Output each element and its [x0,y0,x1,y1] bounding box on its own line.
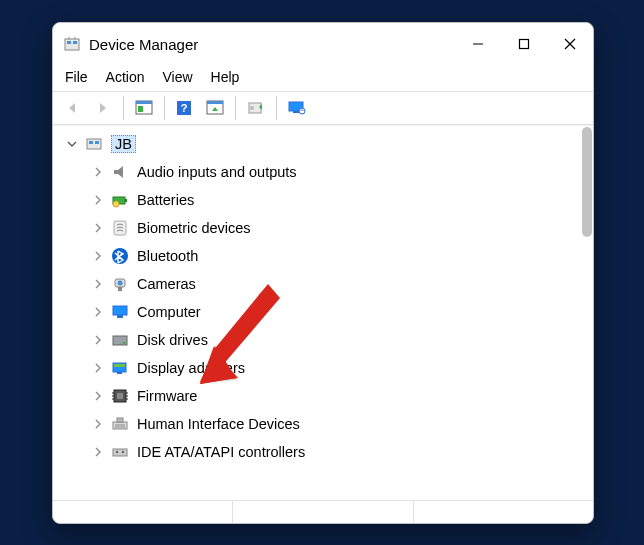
tree-node-batteries[interactable]: Batteries [61,186,577,214]
toolbar-separator [235,96,236,120]
back-button[interactable] [59,95,87,121]
svg-point-30 [118,281,123,286]
svg-rect-11 [138,106,143,112]
add-driver-button[interactable] [242,95,270,121]
tree-node-label[interactable]: IDE ATA/ATAPI controllers [137,444,305,460]
svg-rect-22 [89,141,93,144]
svg-rect-33 [117,315,123,318]
svg-rect-0 [65,39,79,50]
titlebar: Device Manager [53,23,593,65]
chevron-down-icon[interactable] [65,137,79,151]
svg-rect-1 [67,41,71,44]
svg-rect-10 [136,101,152,104]
chevron-right-icon[interactable] [91,221,105,235]
svg-point-17 [250,106,254,110]
svg-rect-38 [117,372,122,374]
chevron-right-icon[interactable] [91,445,105,459]
tree-node-label[interactable]: Display adapters [137,360,245,376]
camera-icon [109,273,131,295]
status-panel [233,501,413,523]
speaker-icon [109,161,131,183]
tree-root[interactable]: JB [61,130,577,158]
svg-point-35 [123,342,126,345]
svg-rect-40 [117,393,123,399]
forward-button[interactable] [89,95,117,121]
svg-rect-50 [117,418,123,422]
svg-rect-2 [73,41,77,44]
svg-rect-51 [113,449,127,456]
tree-node-bluetooth[interactable]: Bluetooth [61,242,577,270]
tree-node-audio-inputs-and-outputs[interactable]: Audio inputs and outputs [61,158,577,186]
tree-node-biometric-devices[interactable]: Biometric devices [61,214,577,242]
device-tree[interactable]: JB Audio inputs and outputsBatteriesBiom… [61,130,577,500]
tree-node-cameras[interactable]: Cameras [61,270,577,298]
chevron-right-icon[interactable] [91,361,105,375]
maximize-button[interactable] [501,29,547,59]
device-manager-window: Device Manager File Action View Help [52,22,594,524]
chevron-right-icon[interactable] [91,389,105,403]
display-adapter-icon [109,357,131,379]
vertical-scrollbar[interactable] [582,127,592,237]
tree-node-ide-ata-atapi-controllers[interactable]: IDE ATA/ATAPI controllers [61,438,577,466]
chevron-right-icon[interactable] [91,249,105,263]
toolbar-separator [276,96,277,120]
svg-point-53 [122,451,124,453]
tree-node-disk-drives[interactable]: Disk drives [61,326,577,354]
tree-wrapper: JB Audio inputs and outputsBatteriesBiom… [53,125,593,500]
tree-node-computer[interactable]: Computer [61,298,577,326]
tree-node-display-adapters[interactable]: Display adapters [61,354,577,382]
svg-rect-23 [95,141,99,144]
svg-rect-27 [114,221,126,235]
svg-rect-25 [125,199,127,202]
svg-point-26 [113,201,119,207]
tree-node-label[interactable]: Human Interface Devices [137,416,300,432]
tree-node-label[interactable]: Disk drives [137,332,208,348]
tree-node-label[interactable]: Computer [137,304,201,320]
remote-computer-button[interactable] [283,95,311,121]
svg-rect-31 [118,287,122,291]
tree-children: Audio inputs and outputsBatteriesBiometr… [61,158,577,466]
menu-action[interactable]: Action [106,69,145,85]
menubar: File Action View Help [53,65,593,91]
tree-node-human-interface-devices[interactable]: Human Interface Devices [61,410,577,438]
toolbar: ? [53,91,593,125]
bluetooth-icon [109,245,131,267]
toolbar-separator [123,96,124,120]
close-button[interactable] [547,29,593,59]
chevron-right-icon[interactable] [91,165,105,179]
tree-node-label[interactable]: Cameras [137,276,196,292]
window-title: Device Manager [89,36,455,53]
tree-node-label[interactable]: Firmware [137,388,197,404]
tree-node-firmware[interactable]: Firmware [61,382,577,410]
tree-node-label[interactable]: Biometric devices [137,220,251,236]
device-manager-app-icon [63,35,81,53]
tree-node-label[interactable]: Batteries [137,192,194,208]
chevron-right-icon[interactable] [91,333,105,347]
chevron-right-icon[interactable] [91,305,105,319]
scan-hardware-button[interactable] [201,95,229,121]
menu-file[interactable]: File [65,69,88,85]
svg-rect-6 [520,40,529,49]
monitor-icon [109,301,131,323]
firmware-chip-icon [109,385,131,407]
tree-node-label[interactable]: Bluetooth [137,248,198,264]
computer-root-icon [83,133,105,155]
tree-root-label[interactable]: JB [111,135,136,153]
svg-point-52 [116,451,118,453]
help-toolbar-button[interactable]: ? [171,95,199,121]
chevron-right-icon[interactable] [91,277,105,291]
chevron-right-icon[interactable] [91,193,105,207]
chevron-right-icon[interactable] [91,417,105,431]
svg-text:?: ? [181,102,188,114]
show-hide-tree-button[interactable] [130,95,158,121]
minimize-button[interactable] [455,29,501,59]
svg-rect-19 [293,111,299,113]
battery-icon [109,189,131,211]
tree-node-label[interactable]: Audio inputs and outputs [137,164,297,180]
hid-icon [109,413,131,435]
menu-view[interactable]: View [162,69,192,85]
toolbar-separator [164,96,165,120]
controller-icon [109,441,131,463]
menu-help[interactable]: Help [211,69,240,85]
fingerprint-icon [109,217,131,239]
